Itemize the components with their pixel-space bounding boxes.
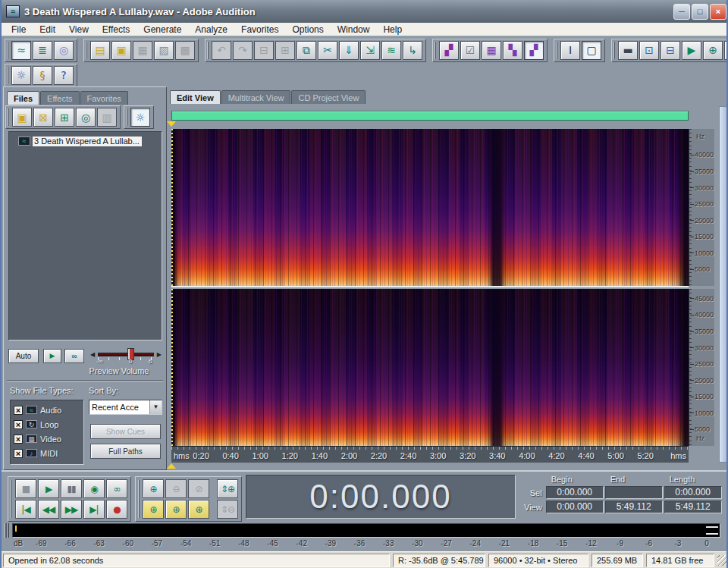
- slider-right-arrow-icon[interactable]: ▶: [157, 351, 162, 358]
- cd-project-view-button[interactable]: ◎: [54, 41, 74, 60]
- zoom-selection-left-button[interactable]: ⊕: [165, 500, 187, 519]
- slider-track[interactable]: [98, 353, 154, 356]
- effects-grid-button-2[interactable]: ▚: [503, 41, 522, 60]
- import-file-button[interactable]: ▣: [12, 108, 32, 127]
- checkbox-loop[interactable]: ×: [14, 420, 23, 429]
- vertical-zoom-in-button[interactable]: ⇕⊕: [217, 479, 238, 498]
- organizer-window-button[interactable]: ▬: [618, 41, 638, 60]
- sort-dropdown[interactable]: Recent Acce ▼: [89, 400, 162, 415]
- menu-generate[interactable]: Generate: [136, 24, 188, 36]
- copy-button[interactable]: ⧉: [297, 41, 316, 60]
- new-file-button[interactable]: ▤: [90, 41, 110, 60]
- edit-view-button[interactable]: ≈: [11, 41, 31, 60]
- open-file-button[interactable]: ▣: [111, 41, 131, 60]
- view-begin-field[interactable]: 0:00.000: [546, 501, 604, 513]
- tab-files[interactable]: Files: [7, 91, 39, 105]
- preview-play-button[interactable]: ▶: [43, 349, 61, 363]
- play-button[interactable]: ▶: [38, 479, 59, 498]
- go-to-start-button[interactable]: |◀: [15, 500, 36, 519]
- multitrack-view-button[interactable]: ≣: [33, 41, 52, 60]
- vertical-scrollbar[interactable]: [719, 106, 728, 463]
- paste-button[interactable]: ⇓: [339, 41, 359, 60]
- menu-analyze[interactable]: Analyze: [188, 24, 234, 36]
- frequency-ruler-right-channel[interactable]: Hz45000400003500030000250002000015000100…: [689, 289, 714, 446]
- menu-favorites[interactable]: Favorites: [234, 24, 285, 36]
- cut-button[interactable]: ✂: [318, 41, 337, 60]
- settings-button[interactable]: ☼: [11, 66, 31, 85]
- effects-grid-button-1[interactable]: ▦: [482, 41, 501, 60]
- tab-favorites[interactable]: Favorites: [80, 91, 128, 105]
- minimize-button[interactable]: ─: [673, 4, 690, 20]
- resize-grip[interactable]: [717, 555, 728, 566]
- playhead-marker-bottom[interactable]: [167, 463, 176, 469]
- paste-to-new-button[interactable]: ⇲: [360, 41, 380, 60]
- pause-button[interactable]: ▮▮: [61, 479, 82, 498]
- zoom-to-selection-button[interactable]: ⊕: [143, 500, 164, 519]
- preview-loop-button[interactable]: ∞: [64, 349, 84, 363]
- timeline-ruler[interactable]: hmshms0:200:401:001:201:402:002:202:403:…: [171, 446, 689, 463]
- file-list[interactable]: ≈3 Death Wispered A Lullab...: [8, 131, 162, 340]
- menu-view[interactable]: View: [62, 24, 96, 36]
- time-window-button[interactable]: 0:15: [724, 41, 728, 60]
- sel-end-field[interactable]: [605, 486, 663, 499]
- checkbox-video[interactable]: ×: [14, 435, 23, 444]
- loop-button[interactable]: ∞: [106, 479, 127, 498]
- view-length-field[interactable]: 5:49.112: [664, 501, 722, 513]
- record-button[interactable]: ●: [106, 500, 127, 519]
- files-window-button[interactable]: ⊟: [661, 41, 680, 60]
- level-meter[interactable]: [12, 523, 720, 538]
- play-looped-button[interactable]: ◉: [83, 479, 105, 498]
- auto-play-button[interactable]: Auto: [8, 349, 39, 363]
- zoom-selection-right-button[interactable]: ⊕: [188, 500, 209, 519]
- stop-button[interactable]: ■: [15, 479, 36, 498]
- save-as-button[interactable]: ▨: [154, 41, 174, 60]
- time-display[interactable]: 0:00.000: [246, 475, 516, 519]
- view-end-field[interactable]: 5:49.112: [605, 501, 663, 513]
- zoom-window-button[interactable]: ⊕: [703, 41, 723, 60]
- sel-begin-field[interactable]: 0:00.000: [546, 486, 604, 499]
- checkbox-midi[interactable]: ×: [14, 449, 23, 458]
- mix-paste-button[interactable]: ≋: [381, 41, 401, 60]
- insert-into-multitrack-button[interactable]: ⊞: [55, 108, 74, 127]
- frequency-analysis-window-button[interactable]: ⊡: [639, 41, 659, 60]
- scripts-button[interactable]: §: [33, 66, 52, 85]
- menu-window[interactable]: Window: [331, 24, 377, 36]
- full-paths-button[interactable]: Full Paths: [90, 444, 161, 459]
- spectrogram-left-channel[interactable]: [171, 129, 689, 286]
- insert-into-cd-button[interactable]: ◎: [76, 108, 96, 127]
- time-selection-tool-button[interactable]: I: [560, 41, 580, 60]
- sel-length-field[interactable]: 0:00.000: [664, 486, 722, 499]
- playhead-marker-top[interactable]: [167, 121, 176, 127]
- tab-cd-project-view[interactable]: CD Project View: [291, 90, 366, 104]
- help-button[interactable]: ?: [54, 66, 74, 85]
- spectral-view-button[interactable]: ▞: [439, 41, 459, 60]
- zoom-in-button[interactable]: ⊕: [143, 479, 164, 498]
- preview-volume-slider[interactable]: ◀ ▶ -∞ 0 6: [90, 347, 162, 364]
- close-button[interactable]: ×: [710, 4, 726, 20]
- menu-options[interactable]: Options: [285, 24, 330, 36]
- menu-effects[interactable]: Effects: [96, 24, 136, 36]
- marquee-selection-tool-button[interactable]: ▢: [582, 41, 601, 60]
- slider-left-arrow-icon[interactable]: ◀: [90, 351, 95, 358]
- effects-grid-button-3[interactable]: ▞: [524, 41, 544, 60]
- menu-edit[interactable]: Edit: [33, 24, 62, 36]
- preview-toggle-button[interactable]: ☑: [460, 41, 480, 60]
- copy-to-new-button[interactable]: ↳: [403, 41, 422, 60]
- maximize-button[interactable]: □: [692, 4, 708, 20]
- advanced-options-button[interactable]: ☼: [130, 108, 150, 127]
- chevron-down-icon[interactable]: ▼: [149, 400, 162, 414]
- go-to-end-button[interactable]: ▶|: [83, 500, 105, 519]
- tab-effects[interactable]: Effects: [40, 91, 79, 105]
- overview-navigation-bar[interactable]: [171, 111, 689, 121]
- menu-help[interactable]: Help: [376, 24, 409, 36]
- file-list-item[interactable]: ≈3 Death Wispered A Lullab...: [11, 135, 160, 147]
- rewind-button[interactable]: ◀◀: [38, 500, 59, 519]
- fast-forward-button[interactable]: ▶▶: [61, 500, 82, 519]
- spectrogram-right-channel[interactable]: [171, 289, 689, 446]
- close-file-button[interactable]: ⊠: [33, 108, 53, 127]
- frequency-ruler-left-channel[interactable]: Hz40000350003000025000200001500010000500…: [689, 129, 714, 286]
- checkbox-audio[interactable]: ×: [14, 406, 23, 415]
- transport-window-button[interactable]: ▶: [682, 41, 701, 60]
- menu-file[interactable]: File: [5, 24, 33, 36]
- tab-edit-view[interactable]: Edit View: [170, 90, 221, 104]
